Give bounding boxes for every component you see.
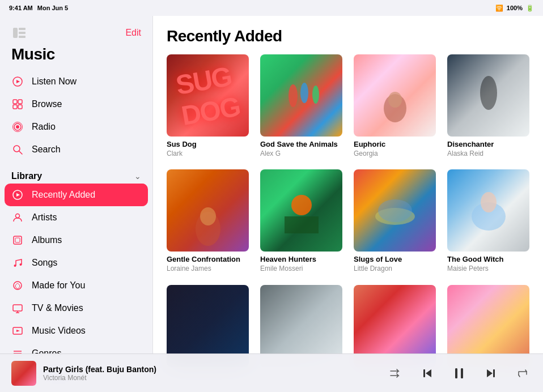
svg-rect-0 bbox=[13, 28, 18, 38]
svg-point-43 bbox=[480, 76, 497, 110]
date: Mon Jun 5 bbox=[37, 5, 68, 11]
svg-rect-53 bbox=[423, 369, 425, 377]
tv-movies-icon bbox=[11, 302, 24, 314]
previous-button[interactable] bbox=[418, 364, 436, 382]
svg-point-21 bbox=[20, 263, 22, 266]
album-name-slugs: Slugs of Love bbox=[354, 255, 436, 265]
made-for-you-icon bbox=[11, 279, 24, 292]
sidebar-toggle-button[interactable] bbox=[11, 25, 27, 41]
app-title: Music bbox=[0, 45, 152, 70]
album-artist-slugs: Little Dragon bbox=[354, 265, 436, 274]
status-bar: 9:41 AM Mon Jun 5 🛜 100% 🔋 bbox=[0, 0, 543, 16]
svg-rect-6 bbox=[13, 100, 17, 104]
album-god-save[interactable]: God Save the Animals Alex G bbox=[260, 54, 342, 158]
album-name-god-save: God Save the Animals bbox=[260, 140, 342, 150]
album-slugs[interactable]: Slugs of Love Little Dragon bbox=[354, 169, 436, 273]
svg-rect-47 bbox=[285, 216, 319, 233]
songs-icon bbox=[11, 257, 24, 269]
sidebar-item-albums[interactable]: Albums bbox=[0, 229, 152, 252]
sidebar-header: Edit bbox=[0, 23, 152, 45]
listen-now-label: Listen Now bbox=[32, 76, 77, 87]
svg-point-51 bbox=[481, 192, 497, 212]
album-heaven[interactable]: Heaven Hunters Emile Mosseri bbox=[260, 169, 342, 273]
sidebar: Edit Music Listen Now Browse Radi bbox=[0, 16, 153, 392]
edit-button[interactable]: Edit bbox=[125, 28, 141, 38]
albums-icon bbox=[11, 234, 24, 246]
sidebar-item-browse[interactable]: Browse bbox=[0, 93, 152, 116]
album-artist-euphoric: Georgia bbox=[354, 150, 436, 159]
album-art-euphoric bbox=[354, 54, 436, 137]
search-label: Search bbox=[32, 144, 61, 155]
svg-marker-56 bbox=[487, 369, 493, 377]
album-disenchanter[interactable]: Disenchanter Alaska Reid bbox=[447, 54, 529, 158]
pause-button[interactable] bbox=[450, 364, 468, 382]
album-name-disenchanter: Disenchanter bbox=[447, 140, 529, 150]
wifi-icon: 🛜 bbox=[495, 5, 503, 12]
svg-rect-3 bbox=[19, 36, 26, 38]
repeat-button[interactable] bbox=[514, 364, 532, 382]
main-content: Recently Added SUGDOG Sus Dog Clark bbox=[153, 16, 543, 392]
svg-rect-55 bbox=[461, 368, 463, 378]
svg-rect-1 bbox=[19, 28, 26, 30]
svg-rect-18 bbox=[14, 236, 22, 244]
now-playing-info: Party Girls (feat. Buju Banton) Victoria… bbox=[43, 365, 380, 382]
radio-label: Radio bbox=[32, 122, 56, 132]
album-artist-god-save: Alex G bbox=[260, 150, 342, 159]
svg-point-49 bbox=[378, 199, 412, 222]
library-chevron-icon[interactable]: ⌄ bbox=[134, 172, 141, 181]
artists-label: Artists bbox=[32, 212, 57, 223]
album-sus-dog[interactable]: SUGDOG Sus Dog Clark bbox=[167, 54, 249, 158]
album-gentle[interactable]: Gentle Confrontation Loraine James bbox=[167, 169, 249, 273]
now-playing-controls bbox=[387, 364, 532, 382]
library-section-title: Library bbox=[11, 171, 42, 181]
shuffle-button[interactable] bbox=[387, 364, 405, 382]
songs-label: Songs bbox=[32, 258, 57, 268]
next-button[interactable] bbox=[482, 364, 500, 382]
svg-rect-54 bbox=[455, 368, 457, 378]
album-name-gentle: Gentle Confrontation bbox=[167, 255, 249, 265]
album-art-sus-dog: SUGDOG bbox=[167, 54, 249, 137]
album-artist-disenchanter: Alaska Reid bbox=[447, 150, 529, 159]
sidebar-item-tv-movies[interactable]: TV & Movies bbox=[0, 297, 152, 319]
app-container: Edit Music Listen Now Browse Radi bbox=[0, 16, 543, 392]
svg-marker-27 bbox=[16, 330, 20, 332]
album-art-disenchanter bbox=[447, 54, 529, 137]
svg-point-20 bbox=[14, 265, 16, 267]
main-nav: Listen Now Browse Radio Search bbox=[0, 70, 152, 161]
album-euphoric[interactable]: Euphoric Georgia bbox=[354, 54, 436, 158]
album-name-sus-dog: Sus Dog bbox=[167, 140, 249, 150]
album-art-slugs bbox=[354, 169, 436, 252]
album-grid: SUGDOG Sus Dog Clark bbox=[167, 54, 529, 370]
sidebar-item-artists[interactable]: Artists bbox=[0, 206, 152, 229]
album-art-god-save bbox=[260, 54, 342, 137]
svg-rect-8 bbox=[13, 105, 17, 109]
album-name-good-witch: The Good Witch bbox=[447, 255, 529, 265]
sidebar-item-music-videos[interactable]: Music Videos bbox=[0, 319, 152, 342]
album-good-witch[interactable]: The Good Witch Maisie Peters bbox=[447, 169, 529, 273]
svg-point-39 bbox=[300, 83, 308, 103]
album-art-gentle bbox=[167, 169, 249, 252]
now-playing-title: Party Girls (feat. Buju Banton) bbox=[43, 365, 380, 374]
made-for-you-label: Made for You bbox=[32, 280, 85, 291]
svg-marker-52 bbox=[426, 369, 431, 377]
sidebar-item-songs[interactable]: Songs bbox=[0, 252, 152, 274]
svg-point-46 bbox=[291, 195, 312, 215]
sidebar-item-made-for-you[interactable]: Made for You bbox=[0, 274, 152, 297]
sidebar-item-radio[interactable]: Radio bbox=[0, 116, 152, 138]
album-artist-gentle: Loraine James bbox=[167, 265, 249, 274]
status-bar-left: 9:41 AM Mon Jun 5 bbox=[9, 5, 68, 11]
sidebar-item-listen-now[interactable]: Listen Now bbox=[0, 70, 152, 93]
svg-rect-2 bbox=[19, 32, 26, 34]
album-name-heaven: Heaven Hunters bbox=[260, 255, 342, 265]
album-artist-heaven: Emile Mosseri bbox=[260, 265, 342, 274]
library-section-header: Library ⌄ bbox=[0, 163, 152, 184]
album-art-good-witch bbox=[447, 169, 529, 252]
sidebar-item-search[interactable]: Search bbox=[0, 138, 152, 161]
sidebar-item-recently-added[interactable]: Recently Added bbox=[5, 184, 148, 206]
time: 9:41 AM bbox=[9, 5, 33, 11]
music-videos-label: Music Videos bbox=[32, 326, 86, 336]
svg-rect-9 bbox=[18, 105, 22, 109]
svg-point-45 bbox=[200, 207, 216, 225]
tv-movies-label: TV & Movies bbox=[32, 303, 83, 313]
recently-added-icon bbox=[11, 189, 24, 201]
